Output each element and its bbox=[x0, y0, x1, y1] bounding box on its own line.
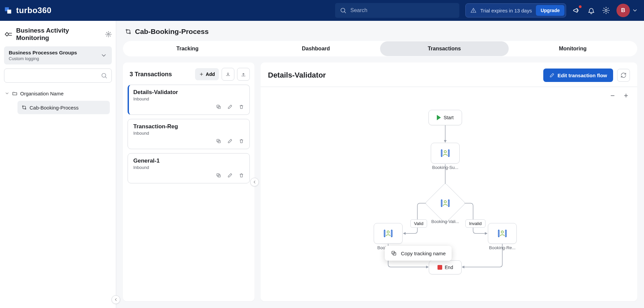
sidebar-title: Business Activity Monitoring bbox=[16, 27, 102, 42]
group-selector[interactable]: Business Processes Groups Custom logging bbox=[4, 46, 112, 64]
global-search-input[interactable] bbox=[350, 7, 455, 14]
transaction-card[interactable]: General-1 Inbound bbox=[128, 153, 250, 183]
bell-icon[interactable] bbox=[587, 6, 596, 15]
svg-marker-24 bbox=[403, 232, 406, 235]
warning-icon bbox=[470, 7, 476, 13]
refresh-button[interactable] bbox=[617, 69, 630, 82]
upgrade-button[interactable]: Upgrade bbox=[536, 5, 564, 16]
transactions-panel: 3 Transactions Add Details-Validator bbox=[123, 62, 255, 301]
import-button[interactable] bbox=[222, 68, 234, 81]
flow-end-node[interactable]: End bbox=[429, 260, 462, 274]
zoom-in-button[interactable]: + bbox=[622, 92, 630, 100]
flow-decision-label: Booking-Vali... bbox=[428, 219, 463, 224]
delete-icon[interactable] bbox=[239, 138, 244, 145]
chevron-down-icon bbox=[100, 52, 107, 59]
svg-marker-27 bbox=[462, 266, 464, 268]
tree-item-process[interactable]: Cab-Booking-Process bbox=[17, 101, 110, 114]
delete-icon[interactable] bbox=[239, 172, 244, 180]
chevron-left-icon bbox=[252, 179, 257, 185]
add-transaction-button[interactable]: Add bbox=[195, 68, 219, 80]
sidebar-settings-icon[interactable] bbox=[105, 31, 112, 38]
transaction-name: General-1 bbox=[133, 158, 244, 164]
user-menu[interactable]: B bbox=[616, 4, 638, 17]
tab-dashboard[interactable]: Dashboard bbox=[252, 41, 380, 56]
transaction-direction: Inbound bbox=[133, 96, 244, 101]
tab-tracking[interactable]: Tracking bbox=[123, 41, 252, 56]
chevron-down-icon bbox=[632, 7, 638, 14]
svg-line-1 bbox=[344, 11, 346, 13]
transaction-card[interactable]: Details-Validator Inbound bbox=[128, 85, 250, 115]
brand-name: turbo360 bbox=[16, 6, 51, 15]
svg-point-4 bbox=[605, 9, 607, 11]
edit-icon[interactable] bbox=[227, 138, 233, 145]
process-tree: Organisation Name Cab-Booking-Process bbox=[4, 89, 112, 114]
flow-right-label: Booking-Re... bbox=[486, 245, 519, 250]
play-icon bbox=[437, 115, 441, 120]
global-search[interactable] bbox=[335, 3, 459, 18]
search-icon bbox=[101, 72, 107, 79]
flow-canvas[interactable]: Start Booking-Su... Booking-Vali... Vali… bbox=[261, 100, 637, 301]
trial-badge: Trial expires in 13 days Upgrade bbox=[465, 3, 566, 17]
svg-marker-26 bbox=[426, 266, 429, 268]
flow-step-label: Booking-Su... bbox=[428, 165, 463, 170]
settings-icon[interactable] bbox=[602, 6, 610, 15]
stop-icon bbox=[438, 265, 442, 270]
transaction-direction: Inbound bbox=[133, 165, 244, 170]
top-nav: turbo360 Trial expires in 13 days Upgrad… bbox=[0, 0, 644, 21]
copy-icon[interactable] bbox=[216, 172, 221, 180]
transaction-name: Details-Validator bbox=[133, 89, 244, 96]
announcements-icon[interactable] bbox=[572, 6, 581, 15]
chevron-left-icon bbox=[113, 296, 118, 303]
group-sublabel: Custom logging bbox=[9, 56, 100, 61]
sidebar: Business Activity Monitoring Business Pr… bbox=[0, 21, 116, 308]
tree-folder-org[interactable]: Organisation Name bbox=[4, 89, 112, 98]
transactions-count: 3 Transactions bbox=[130, 71, 192, 78]
edit-icon[interactable] bbox=[227, 103, 233, 111]
tab-monitoring[interactable]: Monitoring bbox=[509, 41, 637, 56]
refresh-icon bbox=[620, 72, 627, 79]
tab-transactions[interactable]: Transactions bbox=[380, 41, 509, 56]
zoom-out-button[interactable]: − bbox=[608, 92, 616, 100]
transaction-direction: Inbound bbox=[133, 131, 244, 136]
flow-step-node[interactable] bbox=[431, 143, 460, 164]
svg-point-31 bbox=[387, 231, 389, 233]
transaction-card[interactable]: Transaction-Reg Inbound bbox=[128, 119, 250, 149]
export-button[interactable] bbox=[237, 68, 250, 81]
delete-icon[interactable] bbox=[239, 103, 244, 111]
download-icon bbox=[225, 71, 231, 78]
upload-icon bbox=[241, 71, 246, 78]
edit-icon bbox=[549, 72, 555, 79]
breadcrumb: Cab-Booking-Process bbox=[116, 21, 644, 39]
svg-point-3 bbox=[473, 11, 473, 12]
chevron-down-icon bbox=[5, 90, 9, 97]
sidebar-search[interactable] bbox=[4, 69, 112, 83]
trial-text: Trial expires in 13 days bbox=[480, 8, 532, 13]
transaction-name: Transaction-Reg bbox=[133, 123, 244, 130]
bam-icon bbox=[4, 30, 13, 39]
flow-left-node[interactable] bbox=[374, 223, 403, 244]
copy-icon[interactable] bbox=[216, 138, 221, 145]
branch-invalid-label[interactable]: Invalid bbox=[465, 219, 486, 228]
flow-start-node[interactable]: Start bbox=[428, 110, 462, 125]
flow-decision-node[interactable] bbox=[431, 189, 460, 218]
page-title: Cab-Booking-Process bbox=[135, 28, 209, 36]
git-compare-icon bbox=[21, 104, 27, 111]
copy-icon[interactable] bbox=[216, 103, 221, 111]
edit-flow-button[interactable]: Edit transaction flow bbox=[543, 69, 613, 82]
group-label: Business Processes Groups bbox=[9, 50, 100, 55]
sidebar-collapse-button[interactable] bbox=[111, 295, 120, 304]
copy-icon bbox=[391, 250, 397, 257]
svg-point-5 bbox=[108, 34, 109, 35]
git-compare-icon bbox=[125, 28, 132, 35]
panel-collapse-button[interactable] bbox=[250, 178, 259, 186]
edit-icon[interactable] bbox=[227, 172, 233, 180]
tree-folder-label: Organisation Name bbox=[20, 91, 63, 96]
search-icon bbox=[340, 7, 347, 14]
brand-logo[interactable]: turbo360 bbox=[3, 6, 51, 15]
flow-right-node[interactable] bbox=[488, 223, 517, 244]
context-menu-copy-tracking[interactable]: Copy tracking name bbox=[385, 246, 452, 261]
flow-panel: Details-Validator Edit transaction flow … bbox=[261, 62, 637, 301]
stage-icon bbox=[497, 229, 508, 238]
branch-valid-label[interactable]: Valid bbox=[410, 219, 427, 228]
flow-title: Details-Validator bbox=[268, 71, 539, 80]
